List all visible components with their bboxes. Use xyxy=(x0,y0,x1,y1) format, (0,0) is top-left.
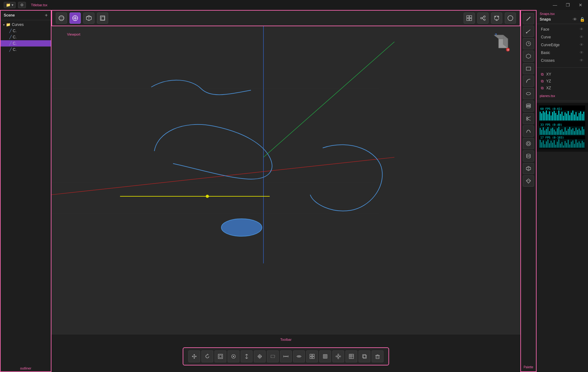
svg-rect-74 xyxy=(349,354,354,359)
svg-point-50 xyxy=(233,356,234,357)
minimize-button[interactable]: — xyxy=(551,2,559,8)
grid2-button[interactable] xyxy=(306,350,318,362)
vh-add-button[interactable] xyxy=(70,12,81,24)
settings-button[interactable]: ⚙ xyxy=(18,2,26,8)
vh-sphere2-button[interactable] xyxy=(491,12,502,24)
toolbar-label: Toolbar xyxy=(280,338,292,341)
palette-stack-button[interactable] xyxy=(523,100,534,112)
palette-arc-button[interactable] xyxy=(523,76,534,87)
plane-xy-item[interactable]: ⧉ XY xyxy=(540,71,585,78)
palette-scissors-button[interactable] xyxy=(523,113,534,124)
svg-point-98 xyxy=(527,119,528,120)
vh-node-button[interactable] xyxy=(477,12,489,24)
palette-hex-button[interactable] xyxy=(523,51,534,62)
svg-rect-131 xyxy=(563,116,564,120)
rect-select-button[interactable] xyxy=(267,350,279,362)
delete-button[interactable] xyxy=(372,350,383,362)
svg-line-18 xyxy=(482,18,484,20)
vh-sphere-button[interactable] xyxy=(56,12,67,24)
move-tool-button[interactable] xyxy=(188,350,200,362)
outliner-item-2[interactable]: ╱ C. xyxy=(1,40,51,46)
palette-rect-button[interactable] xyxy=(523,63,534,74)
crop-button[interactable] xyxy=(319,350,331,362)
svg-rect-11 xyxy=(470,16,472,18)
crosshair-button[interactable] xyxy=(254,350,266,362)
palette-cube3d-button[interactable] xyxy=(523,163,534,174)
svg-rect-133 xyxy=(566,114,567,120)
svg-rect-136 xyxy=(571,113,572,120)
vh-box-button[interactable] xyxy=(97,12,108,24)
svg-rect-183 xyxy=(547,140,548,148)
svg-rect-180 xyxy=(543,140,544,148)
snap-item-curve: Curve 👁 xyxy=(537,33,588,41)
measure-button[interactable] xyxy=(280,350,292,362)
snap-item-curveedge: CurveEdge 👁 xyxy=(537,41,588,49)
plane-xz-item[interactable]: ⧉ XZ xyxy=(540,85,585,91)
svg-rect-153 xyxy=(549,131,550,135)
vh-circle-button[interactable] xyxy=(505,12,516,24)
outliner-item-1[interactable]: ╱ C. xyxy=(1,34,51,40)
maximize-button[interactable]: ❐ xyxy=(564,2,572,8)
palette-line2-button[interactable] xyxy=(523,26,534,37)
spin-button[interactable] xyxy=(228,350,239,362)
svg-rect-172 xyxy=(579,129,580,135)
snap-curveedge-eye[interactable]: 👁 xyxy=(580,42,584,47)
snaps-title: Snaps.tsx xyxy=(540,12,585,16)
plane-yz-item[interactable]: ⧉ YZ xyxy=(540,78,585,85)
snap-basic-label: Basic xyxy=(541,51,550,55)
snap-curve-eye[interactable]: 👁 xyxy=(580,35,584,39)
palette-cylinder-button[interactable] xyxy=(523,150,534,162)
snaps-list: Face 👁 Curve 👁 CurveEdge 👁 Basic 👁 Cross… xyxy=(537,24,588,66)
snap-face-eye[interactable]: 👁 xyxy=(580,27,584,32)
svg-rect-203 xyxy=(579,141,580,148)
arrow-v-button[interactable] xyxy=(241,350,253,362)
svg-point-16 xyxy=(484,19,485,21)
svg-point-103 xyxy=(527,154,530,156)
snaps-lock-icon[interactable]: 🔒 xyxy=(580,17,585,22)
add-scene-object-button[interactable]: + xyxy=(45,12,48,18)
svg-rect-188 xyxy=(555,145,556,148)
svg-rect-168 xyxy=(572,128,573,135)
svg-line-100 xyxy=(528,119,531,120)
snaps-eye-icon[interactable]: 👁 xyxy=(573,17,577,22)
snap-basic-eye[interactable]: 👁 xyxy=(580,50,584,55)
viewport[interactable]: Viewport Z ✕ xyxy=(51,26,520,335)
scale-tool-button[interactable] xyxy=(214,350,226,362)
svg-rect-169 xyxy=(574,131,575,135)
outliner-item-0[interactable]: ╱ C. xyxy=(1,28,51,34)
curve-icon-1: ╱ xyxy=(9,35,12,39)
arrows-button[interactable] xyxy=(293,350,305,362)
svg-point-70 xyxy=(338,354,339,355)
snap-curve-label: Curve xyxy=(541,35,551,39)
svg-rect-54 xyxy=(271,355,275,358)
copy-button[interactable] xyxy=(359,350,370,362)
item-name-3: C. xyxy=(13,47,17,52)
palette-oval-button[interactable] xyxy=(523,88,534,99)
rotate-tool-button[interactable] xyxy=(201,350,213,362)
svg-rect-147 xyxy=(540,128,541,135)
palette-clock-button[interactable] xyxy=(523,38,534,49)
svg-rect-124 xyxy=(552,112,553,120)
titlebar: 📁 ▾ ⚙ Titlebar.tsx — ❐ ✕ xyxy=(0,0,588,10)
palette-line1-button[interactable] xyxy=(523,13,534,24)
grid3-button[interactable] xyxy=(345,350,357,362)
palette-gem-button[interactable] xyxy=(523,175,534,187)
snap-item-face: Face 👁 xyxy=(537,25,588,33)
outliner-item-3[interactable]: ╱ C. xyxy=(1,46,51,53)
outliner-group-curves[interactable]: ▾ 📁 Curves xyxy=(1,22,51,28)
file-menu-button[interactable]: 📁 ▾ xyxy=(4,2,16,8)
vh-grid-button[interactable] xyxy=(464,12,475,24)
palette-ring-button[interactable] xyxy=(523,138,534,149)
snap-crosses-eye[interactable]: 👁 xyxy=(580,58,584,63)
svg-rect-61 xyxy=(312,354,314,356)
svg-marker-91 xyxy=(526,54,531,58)
svg-rect-187 xyxy=(554,140,555,148)
svg-rect-148 xyxy=(541,130,542,135)
svg-rect-189 xyxy=(557,142,558,148)
flower-button[interactable] xyxy=(332,350,344,362)
palette-curve-button[interactable] xyxy=(523,125,534,137)
svg-rect-143 xyxy=(582,114,583,120)
close-button[interactable]: ✕ xyxy=(577,2,584,8)
vh-cube-button[interactable] xyxy=(83,12,94,24)
svg-rect-151 xyxy=(546,129,547,135)
